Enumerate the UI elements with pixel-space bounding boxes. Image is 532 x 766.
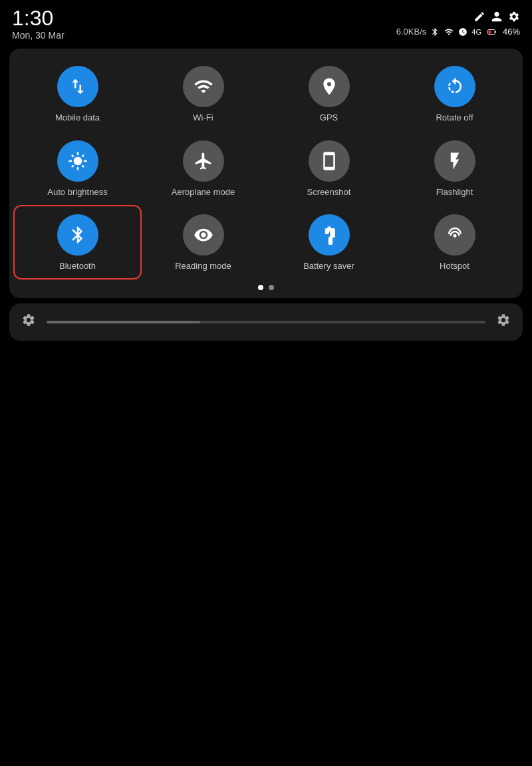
qs-tile-reading-mode[interactable]: Reading mode <box>142 208 265 277</box>
brightness-fill <box>47 321 200 323</box>
rotate-off-label: Rotate off <box>436 112 473 123</box>
qs-tile-aeroplane-mode[interactable]: Aeroplane mode <box>142 134 265 203</box>
pagination-dot-1 <box>258 285 263 290</box>
auto-brightness-icon-circle <box>57 140 98 182</box>
qs-tile-battery-saver[interactable]: Battery saver <box>267 208 390 277</box>
settings-icon[interactable] <box>508 11 520 25</box>
reading-mode-icon-circle <box>183 214 224 256</box>
reading-mode-label: Reading mode <box>175 261 231 272</box>
qs-grid: Mobile dataWi-FiGPSRotate offAuto bright… <box>16 59 516 277</box>
auto-brightness-label: Auto brightness <box>47 187 107 198</box>
quick-settings-panel: Mobile dataWi-FiGPSRotate offAuto bright… <box>9 49 523 298</box>
qs-tile-auto-brightness[interactable]: Auto brightness <box>16 134 139 203</box>
status-date: Mon, 30 Mar <box>12 30 65 41</box>
qs-tile-gps[interactable]: GPS <box>267 59 390 128</box>
status-right: 6.0KB/s 4G 46% <box>396 11 520 37</box>
mobile-data-icon-circle <box>57 66 98 107</box>
battery-level: 46% <box>503 27 520 37</box>
signal-icon <box>444 27 454 37</box>
hotspot-label: Hotspot <box>440 261 469 272</box>
screenshot-label: Screenshot <box>307 187 351 198</box>
flashlight-label: Flashlight <box>436 187 473 198</box>
qs-tile-mobile-data[interactable]: Mobile data <box>16 59 139 128</box>
network-type: 4G <box>471 28 481 36</box>
status-info-row: 6.0KB/s 4G 46% <box>396 27 520 37</box>
hotspot-icon-circle <box>434 214 475 256</box>
battery-icon <box>485 27 499 37</box>
svg-rect-2 <box>495 31 496 32</box>
aeroplane-mode-icon-circle <box>183 140 224 182</box>
qs-tile-bluetooth[interactable]: Bluetooth <box>16 208 139 277</box>
qs-tile-rotate-off[interactable]: Rotate off <box>393 59 516 128</box>
status-bar: 1:30 Mon, 30 Mar 6.0KB/s 4G <box>0 0 532 43</box>
rotate-off-icon-circle <box>434 66 475 107</box>
svg-rect-1 <box>488 30 491 33</box>
aeroplane-mode-label: Aeroplane mode <box>172 187 235 198</box>
pagination-dot-2 <box>269 285 274 290</box>
bluetooth-status-icon <box>430 27 440 37</box>
wifi-icon-circle <box>183 66 224 107</box>
battery-saver-label: Battery saver <box>303 261 354 272</box>
screenshot-icon-circle <box>309 140 350 182</box>
status-time: 1:30 <box>12 7 65 30</box>
battery-saver-icon-circle <box>309 214 350 256</box>
gps-label: GPS <box>320 112 338 123</box>
qs-tile-screenshot[interactable]: Screenshot <box>267 134 390 203</box>
status-left: 1:30 Mon, 30 Mar <box>12 7 65 41</box>
bluetooth-icon-circle <box>57 214 98 256</box>
brightness-low-icon <box>21 313 36 331</box>
bluetooth-label: Bluetooth <box>59 261 96 272</box>
alarm-icon <box>458 27 467 37</box>
wifi-label: Wi-Fi <box>193 112 213 123</box>
pagination <box>16 285 516 290</box>
status-top-icons <box>473 11 520 25</box>
flashlight-icon-circle <box>434 140 475 182</box>
mobile-data-label: Mobile data <box>55 112 100 123</box>
settings-brightness-bar <box>9 303 523 341</box>
qs-tile-hotspot[interactable]: Hotspot <box>393 208 516 277</box>
qs-tile-flashlight[interactable]: Flashlight <box>393 134 516 203</box>
network-speed: 6.0KB/s <box>396 27 427 37</box>
edit-icon <box>473 11 485 25</box>
gps-icon-circle <box>309 66 350 107</box>
qs-tile-wifi[interactable]: Wi-Fi <box>142 59 265 128</box>
profile-icon <box>491 11 503 25</box>
settings-gear-icon[interactable] <box>496 313 511 331</box>
brightness-slider[interactable] <box>47 321 485 323</box>
